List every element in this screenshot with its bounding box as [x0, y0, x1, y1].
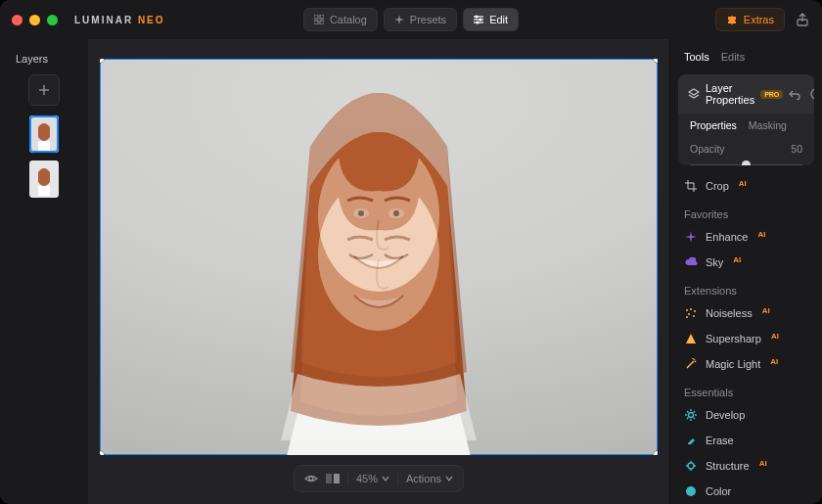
svg-rect-15 [38, 141, 50, 151]
svg-point-26 [393, 210, 399, 216]
window-minimize-button[interactable] [29, 15, 40, 25]
portrait-thumb-icon [29, 160, 59, 198]
svg-rect-0 [314, 15, 318, 19]
svg-point-41 [686, 486, 696, 496]
tool-noiseless[interactable]: NoiselessAI [670, 300, 822, 326]
cloud-icon [684, 255, 698, 269]
svg-rect-29 [334, 474, 340, 483]
mode-presets-label: Presets [410, 14, 446, 25]
pro-badge: PRO [760, 90, 783, 99]
svg-rect-13 [29, 115, 59, 153]
subtab-properties[interactable]: Properties [690, 119, 737, 131]
grid-icon [314, 15, 324, 24]
undo-icon[interactable] [789, 88, 800, 100]
tool-structure[interactable]: StructureAI [670, 453, 822, 479]
chevron-down-icon [382, 475, 389, 482]
canvas-toolbar: 45% Actions [294, 465, 464, 492]
structure-icon [684, 459, 698, 473]
tool-crop[interactable]: CropAI [670, 173, 822, 199]
tab-tools[interactable]: Tools [684, 51, 709, 63]
section-essentials: Essentials [670, 377, 822, 402]
compare-toggle[interactable] [326, 473, 340, 484]
canvas-area: 45% Actions [88, 39, 669, 504]
svg-rect-28 [326, 474, 332, 483]
add-layer-button[interactable] [28, 74, 60, 106]
app-window: LUMINAR NEO Catalog Presets Edit [0, 0, 822, 504]
svg-rect-2 [314, 21, 318, 24]
layers-title: Layers [16, 53, 48, 65]
actions-dropdown[interactable]: Actions [406, 473, 453, 484]
transform-handle-br[interactable] [654, 451, 658, 455]
tool-erase[interactable]: Erase [670, 428, 822, 453]
svg-point-27 [309, 477, 313, 481]
mode-catalog[interactable]: Catalog [303, 8, 378, 31]
portrait-thumb-icon [29, 115, 59, 153]
mode-edit[interactable]: Edit [463, 8, 519, 31]
chevron-down-icon [445, 475, 453, 482]
noise-icon [684, 306, 698, 320]
tool-supersharp[interactable]: SupersharpAI [670, 326, 822, 351]
svg-point-39 [689, 413, 694, 418]
crop-icon [684, 179, 698, 193]
tool-magiclight[interactable]: Magic LightAI [670, 351, 822, 377]
extras-button[interactable]: Extras [715, 8, 785, 31]
share-icon[interactable] [795, 12, 810, 27]
wand-icon [684, 357, 698, 371]
svg-point-14 [38, 123, 50, 137]
visibility-toggle[interactable] [304, 472, 318, 485]
canvas[interactable] [100, 59, 658, 455]
layer-thumb-2[interactable] [29, 160, 59, 198]
sliders-icon [474, 15, 483, 24]
transform-handle-tr[interactable] [654, 59, 658, 63]
mode-catalog-label: Catalog [330, 14, 367, 25]
window-close-button[interactable] [12, 15, 23, 25]
opacity-value: 50 [791, 143, 802, 155]
triangle-icon [684, 332, 698, 345]
mode-presets[interactable]: Presets [384, 8, 457, 31]
overlay-image [222, 59, 535, 440]
info-icon[interactable] [810, 88, 814, 100]
titlebar: LUMINAR NEO Catalog Presets Edit [0, 0, 822, 40]
sparkle-icon [394, 15, 404, 24]
svg-rect-1 [320, 15, 324, 19]
subtab-masking[interactable]: Masking [749, 119, 787, 131]
transform-handle-bl[interactable] [100, 451, 104, 455]
sparkle-icon [684, 230, 698, 244]
opacity-slider[interactable] [690, 159, 802, 165]
layers-panel: Layers [0, 39, 88, 504]
svg-point-40 [688, 463, 694, 469]
svg-point-35 [694, 310, 696, 312]
puzzle-icon [726, 14, 738, 25]
actions-label: Actions [406, 473, 441, 484]
layer-properties-card: Layer Properties PRO Properties Masking … [678, 74, 814, 165]
tool-develop[interactable]: Develop [670, 402, 822, 428]
titlebar-right: Extras [715, 8, 810, 31]
opacity-label: Opacity [690, 143, 725, 155]
svg-rect-16 [29, 160, 59, 198]
tab-edits[interactable]: Edits [721, 51, 745, 63]
color-icon [684, 484, 698, 498]
svg-point-17 [38, 168, 50, 182]
window-zoom-button[interactable] [47, 15, 58, 25]
app-brand: LUMINAR NEO [74, 15, 165, 25]
layer-thumb-1[interactable] [29, 115, 59, 153]
section-extensions: Extensions [670, 275, 822, 300]
extras-label: Extras [744, 14, 774, 25]
tool-color[interactable]: Color [670, 479, 822, 504]
svg-rect-18 [38, 186, 50, 196]
svg-point-38 [686, 316, 688, 318]
svg-point-30 [811, 89, 814, 99]
section-favorites: Favorites [670, 199, 822, 224]
svg-point-36 [688, 313, 690, 315]
right-panel: Tools Edits Layer Properties PRO Prop [669, 39, 822, 504]
svg-point-24 [358, 210, 364, 216]
sun-icon [684, 408, 698, 422]
svg-point-33 [686, 309, 688, 311]
svg-point-9 [477, 22, 479, 23]
tool-sky[interactable]: SkyAI [670, 250, 822, 275]
tool-enhance[interactable]: EnhanceAI [670, 224, 822, 250]
zoom-value: 45% [356, 473, 378, 484]
zoom-dropdown[interactable]: 45% [356, 473, 389, 484]
transform-handle-tl[interactable] [100, 59, 104, 63]
layers-stack-icon [688, 88, 700, 100]
